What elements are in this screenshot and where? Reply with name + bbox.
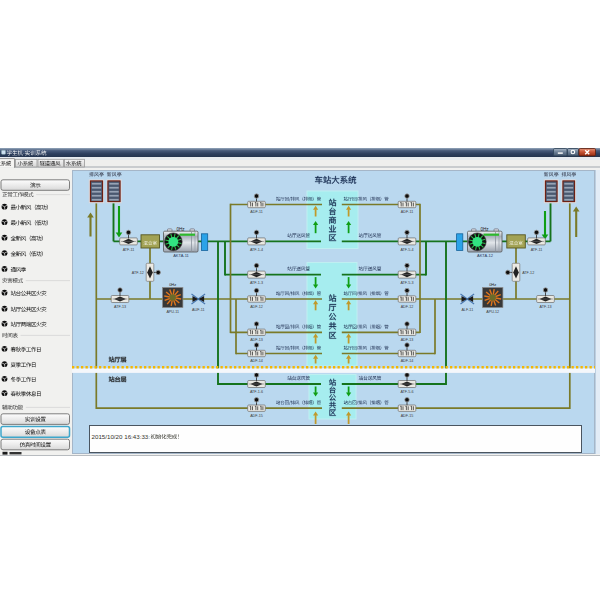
svg-text:APU-11: APU-11 xyxy=(166,310,179,314)
svg-text:ADF-15: ADF-15 xyxy=(250,414,263,418)
svg-text:AKTA-11: AKTA-11 xyxy=(173,253,189,258)
svg-text:0Hz: 0Hz xyxy=(169,282,176,287)
svg-text:AUF-11: AUF-11 xyxy=(192,308,204,312)
svg-text:ALF-11: ALF-11 xyxy=(461,308,473,312)
svg-text:ADF-14: ADF-14 xyxy=(250,359,263,363)
svg-text:AKTA-12: AKTA-12 xyxy=(477,253,494,258)
svg-text:ATF-1-3: ATF-1-3 xyxy=(250,281,263,285)
svg-text:ATF-1-4: ATF-1-4 xyxy=(250,248,263,252)
svg-text:ATF-1-6: ATF-1-6 xyxy=(250,390,263,394)
svg-text:APU-12: APU-12 xyxy=(486,310,499,314)
svg-text:0Hz: 0Hz xyxy=(176,227,185,232)
svg-text:ADF-15: ADF-15 xyxy=(401,414,414,418)
svg-text:ATF-11: ATF-11 xyxy=(531,248,543,252)
svg-text:ATF-5-6: ATF-5-6 xyxy=(400,390,413,394)
svg-text:2015/10/20 16:43:33:: 2015/10/20 16:43:33: xyxy=(92,433,151,440)
svg-text:0Hz: 0Hz xyxy=(480,227,489,232)
svg-text:ATF-13: ATF-13 xyxy=(539,305,551,309)
svg-text:ADF-13: ADF-13 xyxy=(401,338,414,342)
svg-text:ADF-11: ADF-11 xyxy=(250,210,262,214)
svg-text:ATF-12: ATF-12 xyxy=(522,271,534,275)
svg-text:ATF-5-3: ATF-5-3 xyxy=(400,281,413,285)
svg-text:ADF-14: ADF-14 xyxy=(401,359,414,363)
svg-text:ATF-5-4: ATF-5-4 xyxy=(400,248,413,252)
svg-text:0Hz: 0Hz xyxy=(489,282,496,287)
svg-text:ADF-11: ADF-11 xyxy=(401,210,413,214)
svg-text:ADF-12: ADF-12 xyxy=(250,305,263,309)
svg-text:ATF-12: ATF-12 xyxy=(132,271,144,275)
svg-text:ATF-11: ATF-11 xyxy=(123,248,135,252)
svg-text:ADF-13: ADF-13 xyxy=(250,338,263,342)
svg-text:ADF-12: ADF-12 xyxy=(401,305,414,309)
svg-text:ATF-13: ATF-13 xyxy=(114,305,126,309)
